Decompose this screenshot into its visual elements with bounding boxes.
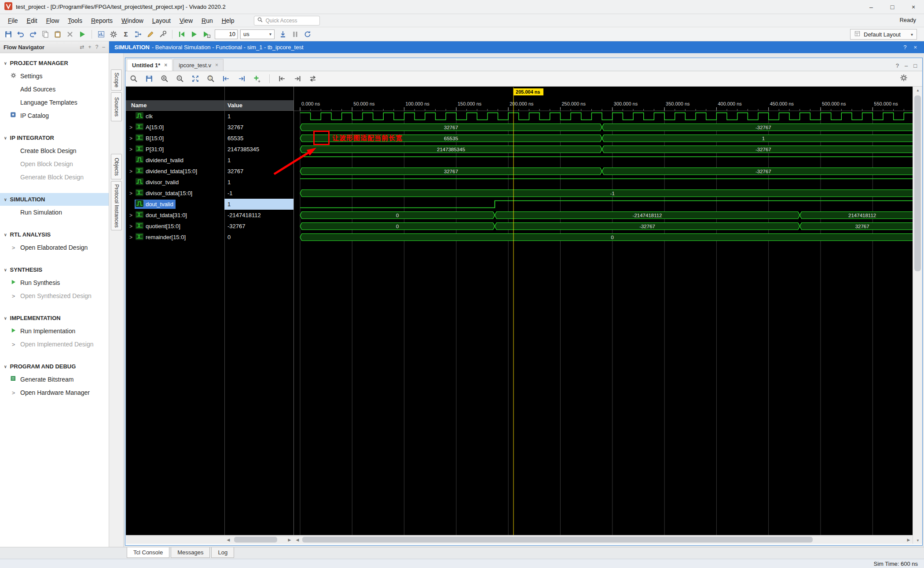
fn-item-open-block-design[interactable]: Open Block Design — [0, 157, 109, 171]
scroll-down-icon[interactable]: ▼ — [913, 537, 923, 544]
pause-icon[interactable] — [290, 29, 301, 40]
fn-section-implementation[interactable]: ∨IMPLEMENTATION — [0, 312, 109, 324]
fn-section-synthesis[interactable]: ∨SYNTHESIS — [0, 263, 109, 276]
signal-row-divisor_tvalid[interactable]: divisor_tvalid1 — [126, 177, 293, 188]
fn-item-open-elaborated-design[interactable]: >Open Elaborated Design — [0, 241, 109, 254]
expand-chevron-icon[interactable]: > — [129, 124, 135, 131]
signal-name-cell[interactable]: >divisor_tdata[15:0] — [126, 188, 224, 199]
find-icon[interactable] — [128, 73, 139, 84]
save-wave-config-icon[interactable] — [143, 73, 155, 84]
layout-selector[interactable]: Default Layout ▾ — [850, 29, 917, 40]
signal-name-cell[interactable]: >A[15:0] — [126, 122, 224, 133]
expand-chevron-icon[interactable]: > — [129, 146, 135, 153]
fn-help-icon[interactable]: ? — [95, 44, 99, 50]
zoom-in-icon[interactable] — [159, 73, 170, 84]
fn-section-simulation[interactable]: ∨SIMULATION — [0, 193, 109, 206]
probe-icon[interactable] — [157, 29, 169, 40]
close-icon[interactable]: × — [164, 62, 167, 68]
menu-tools[interactable]: Tools — [63, 15, 87, 26]
fn-item-ip-catalog[interactable]: IP Catalog — [0, 109, 109, 122]
signal-row-remainder150[interactable]: >remainder[15:0]0 — [126, 232, 293, 243]
signal-row-P310[interactable]: >P[31:0]2147385345 — [126, 144, 293, 155]
fn-section-rtl-analysis[interactable]: ∨RTL ANALYSIS — [0, 228, 109, 241]
project-settings-icon[interactable] — [108, 29, 119, 40]
signal-value-cell[interactable]: -32767 — [224, 221, 293, 232]
panel-help-icon[interactable]: ? — [896, 62, 899, 69]
signal-row-dividend_tvalid[interactable]: dividend_tvalid1 — [126, 155, 293, 166]
menu-run[interactable]: Run — [197, 15, 217, 26]
fn-item-create-block-design[interactable]: Create Block Design — [0, 144, 109, 157]
editor-tab-untitled-1-[interactable]: Untitled 1*× — [127, 59, 172, 71]
signal-row-dout_tdata310[interactable]: >dout_tdata[31:0]-2147418112 — [126, 210, 293, 221]
run-for-time-icon[interactable]: t — [201, 29, 212, 40]
fn-item-add-sources[interactable]: Add Sources — [0, 83, 109, 96]
menu-window[interactable]: Window — [117, 15, 148, 26]
signal-value-cell[interactable]: 65535 — [224, 133, 293, 144]
signal-value-cell[interactable]: -1 — [224, 188, 293, 199]
menu-file[interactable]: File — [4, 15, 22, 26]
fn-item-run-simulation[interactable]: Run Simulation — [0, 206, 109, 219]
menu-layout[interactable]: Layout — [148, 15, 175, 26]
side-tab-objects[interactable]: Objects — [111, 154, 122, 179]
waveform-canvas[interactable]: 0.000 ns50.000 ns100.000 ns150.000 ns200… — [293, 87, 913, 535]
signal-name-cell[interactable]: >dividend_tdata[15:0] — [126, 166, 224, 177]
side-tab-scope[interactable]: Scope — [111, 69, 122, 91]
signal-value-cell[interactable]: 32767 — [224, 166, 293, 177]
wave-horizontal-scrollbar[interactable]: ◀ ▶ — [293, 535, 913, 544]
quick-access-search[interactable]: Quick Access — [254, 16, 320, 25]
relaunch-icon[interactable] — [302, 29, 313, 40]
minimize-button[interactable]: – — [861, 0, 882, 14]
vertical-scroll-thumb[interactable] — [914, 95, 921, 271]
signal-name-cell[interactable]: >dout_tdata[31:0] — [126, 210, 224, 221]
editor-tab-ipcore-test-v[interactable]: ipcore_test.v× — [173, 59, 224, 71]
menu-reports[interactable]: Reports — [87, 15, 117, 26]
close-icon[interactable]: × — [215, 62, 218, 68]
fn-section-program-and-debug[interactable]: ∨PROGRAM AND DEBUG — [0, 360, 109, 373]
expand-chevron-icon[interactable]: > — [129, 212, 135, 218]
signal-name-cell[interactable]: clk — [126, 111, 224, 122]
fn-item-generate-bitstream[interactable]: Generate Bitstream — [0, 373, 109, 386]
signal-row-dividend_tdata150[interactable]: >dividend_tdata[15:0]32767 — [126, 166, 293, 177]
netlist-icon[interactable] — [132, 29, 144, 40]
signal-value-cell[interactable]: 0 — [224, 232, 293, 243]
run-flow-icon[interactable] — [77, 29, 88, 40]
signal-value-cell[interactable]: 1 — [224, 199, 293, 210]
menu-view[interactable]: View — [175, 15, 197, 26]
scroll-right-icon[interactable]: ▶ — [286, 535, 293, 544]
fn-item-open-implemented-design[interactable]: >Open Implemented Design — [0, 338, 109, 351]
wave-settings-gear-icon[interactable] — [899, 73, 908, 84]
menu-help[interactable]: Help — [217, 15, 239, 26]
signal-value-cell[interactable]: 1 — [224, 155, 293, 166]
fn-collapse-icon[interactable]: – — [102, 44, 105, 50]
go-to-time-0-icon[interactable] — [276, 73, 288, 84]
side-tab-sources[interactable]: Sources — [111, 92, 122, 121]
sum-icon[interactable]: Σ — [120, 29, 132, 40]
signal-name-cell[interactable]: >quotient[15:0] — [126, 221, 224, 232]
console-tab-tcl-console[interactable]: Tcl Console — [127, 547, 169, 558]
zoom-out-icon[interactable] — [174, 73, 186, 84]
previous-transition-icon[interactable] — [220, 73, 232, 84]
zoom-to-cursor-icon[interactable] — [205, 73, 216, 84]
expand-chevron-icon[interactable]: > — [129, 135, 135, 142]
fn-item-settings[interactable]: Settings — [0, 69, 109, 83]
signal-value-cell[interactable]: 1 — [224, 177, 293, 188]
edit-icon[interactable] — [145, 29, 156, 40]
go-to-last-time-icon[interactable] — [292, 73, 303, 84]
console-tab-log[interactable]: Log — [211, 547, 234, 558]
signal-value-cell[interactable]: 32767 — [224, 122, 293, 133]
signal-row-B150[interactable]: >B[15:0]65535 — [126, 133, 293, 144]
context-help-icon[interactable]: ? — [903, 44, 906, 51]
fn-item-open-hardware-manager[interactable]: >Open Hardware Manager — [0, 386, 109, 399]
zoom-fit-icon[interactable] — [190, 73, 201, 84]
signal-value-cell[interactable]: 1 — [224, 111, 293, 122]
table-horizontal-scrollbar[interactable]: ◀ ▶ — [126, 535, 293, 544]
fn-item-run-synthesis[interactable]: Run Synthesis — [0, 276, 109, 289]
signal-value-cell[interactable]: 2147385345 — [224, 144, 293, 155]
fn-swap-icon[interactable]: ⇄ — [80, 44, 84, 50]
scroll-up-icon[interactable]: ▲ — [913, 87, 923, 94]
add-marker-icon[interactable] — [251, 73, 263, 84]
expand-chevron-icon[interactable]: > — [129, 190, 135, 197]
signal-row-divisor_tdata150[interactable]: >divisor_tdata[15:0]-1 — [126, 188, 293, 199]
fn-item-open-synthesized-design[interactable]: >Open Synthesized Design — [0, 289, 109, 302]
menu-flow[interactable]: Flow — [42, 15, 64, 26]
